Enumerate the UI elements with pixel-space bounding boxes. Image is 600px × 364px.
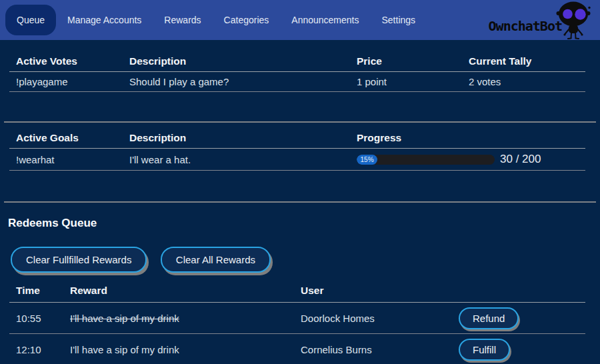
redeem-user: Cornelius Burns: [294, 334, 452, 364]
robot-mascot-icon: [556, 1, 591, 39]
redeem-time: 10:55: [9, 303, 63, 334]
goal-description: I'll wear a hat.: [123, 149, 350, 171]
active-votes-table: Active Votes Description Price Current T…: [9, 51, 585, 92]
tab-rewards[interactable]: Rewards: [153, 5, 212, 35]
vote-row: !playagame Should I play a game? 1 point…: [9, 72, 585, 92]
brand-name: OwnchatBot: [489, 18, 562, 34]
section-divider: [4, 201, 596, 203]
goals-header-row: Active Goals Description Progress: [9, 128, 585, 149]
goal-progress-percent-label: 15%: [361, 156, 374, 163]
goal-progress-cell: 15% 30 / 200: [350, 149, 585, 171]
vote-tally: 2 votes: [462, 72, 585, 92]
vote-description: Should I play a game?: [123, 72, 350, 92]
tab-manage-accounts[interactable]: Manage Accounts: [56, 5, 153, 35]
redeems-header-reward: Reward: [63, 279, 294, 303]
refund-button[interactable]: Refund: [459, 307, 519, 329]
goal-command: !wearhat: [9, 149, 123, 171]
goal-progress-bar: 15%: [357, 155, 495, 165]
redeem-row: 10:55 I'll have a sip of my drink Doorlo…: [9, 303, 585, 334]
vote-price: 1 point: [350, 72, 462, 92]
redeems-queue-table: Time Reward User 10:55 I'll have a sip o…: [9, 279, 585, 364]
votes-header-tally: Current Tally: [462, 51, 585, 72]
top-nav: Queue Manage Accounts Rewards Categories…: [0, 0, 600, 40]
tab-categories[interactable]: Categories: [213, 5, 281, 35]
fulfill-button[interactable]: Fulfill: [459, 339, 510, 361]
goal-progress-fill: 15%: [357, 155, 377, 165]
votes-header-description: Description: [123, 51, 350, 72]
goals-header-command: Active Goals: [9, 128, 123, 149]
goals-header-progress: Progress: [350, 128, 585, 149]
tab-queue[interactable]: Queue: [5, 5, 56, 35]
redeem-action-cell: Fulfill: [452, 334, 585, 364]
redeem-user: Doorlock Homes: [294, 303, 452, 334]
redeem-reward: I'll have a sip of my drink: [63, 334, 294, 364]
redeem-time: 12:10: [9, 334, 63, 364]
redeems-actions: Clear Fullfilled Rewards Clear All Rewar…: [11, 247, 600, 273]
votes-header-command: Active Votes: [9, 51, 123, 72]
brand-logo: OwnchatBot: [489, 0, 591, 40]
redeems-header-actions: [452, 279, 585, 303]
votes-header-price: Price: [350, 51, 462, 72]
votes-header-row: Active Votes Description Price Current T…: [9, 51, 585, 72]
redeems-header-user: User: [294, 279, 452, 303]
clear-all-rewards-button[interactable]: Clear All Rewards: [161, 247, 271, 273]
redeems-header-row: Time Reward User: [9, 279, 585, 303]
redeem-row: 12:10 I'll have a sip of my drink Cornel…: [9, 334, 585, 364]
active-goals-table: Active Goals Description Progress !wearh…: [9, 128, 585, 171]
redeem-action-cell: Refund: [452, 303, 585, 334]
goals-header-description: Description: [123, 128, 350, 149]
goal-row: !wearhat I'll wear a hat. 15% 30 / 200: [9, 149, 585, 171]
goal-progress-count: 30 / 200: [500, 153, 541, 166]
section-divider: [4, 121, 596, 123]
vote-command: !playagame: [9, 72, 123, 92]
main-content: Active Votes Description Price Current T…: [0, 40, 600, 364]
redeems-queue-title: Redeems Queue: [8, 217, 600, 230]
clear-fulfilled-rewards-button[interactable]: Clear Fullfilled Rewards: [11, 247, 147, 273]
tab-settings[interactable]: Settings: [370, 5, 427, 35]
redeems-header-time: Time: [9, 279, 63, 303]
redeem-reward: I'll have a sip of my drink: [63, 303, 294, 334]
tab-announcements[interactable]: Announcements: [280, 5, 370, 35]
